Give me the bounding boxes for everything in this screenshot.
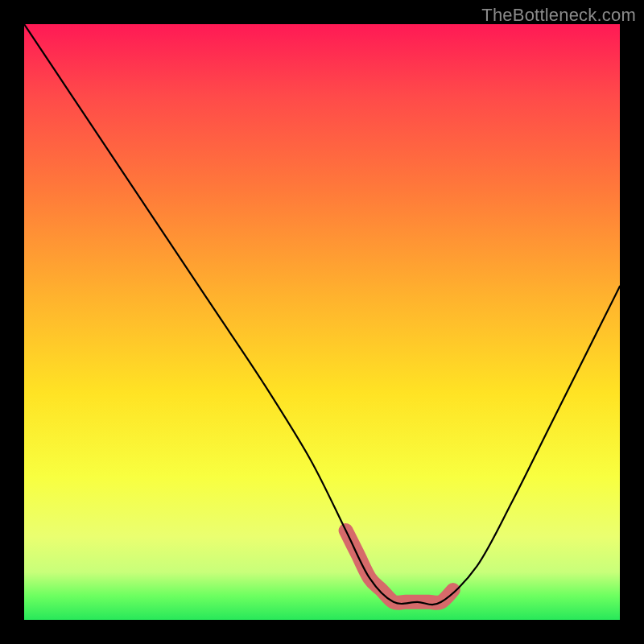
- chart-svg: [24, 24, 620, 620]
- watermark-text: TheBottleneck.com: [481, 5, 636, 26]
- chart-root: TheBottleneck.com: [0, 0, 644, 644]
- bottleneck-curve-highlight: [346, 530, 453, 603]
- plot-area: [24, 24, 620, 620]
- bottleneck-curve: [24, 24, 620, 605]
